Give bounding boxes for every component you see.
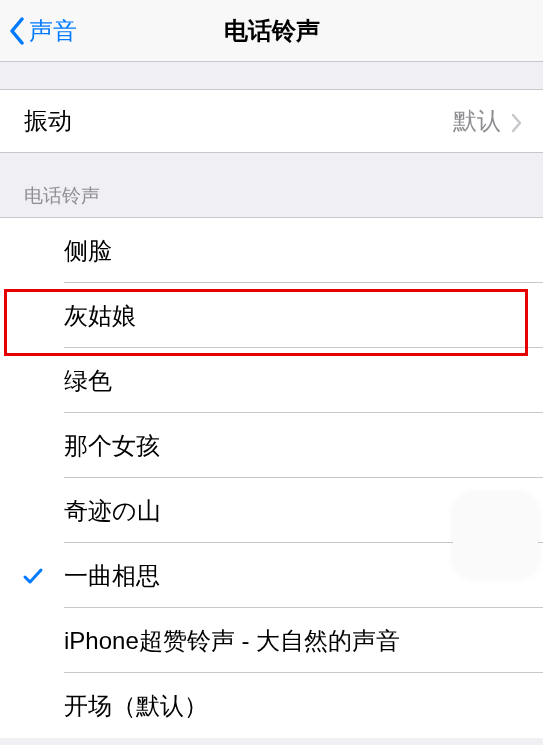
ringtone-row[interactable]: 侧脸 (0, 218, 543, 283)
navigation-bar: 声音 电话铃声 (0, 0, 543, 62)
ringtone-name: 侧脸 (64, 235, 112, 267)
ringtone-name: 灰姑娘 (64, 300, 136, 332)
assistive-touch-button[interactable] (453, 493, 538, 578)
vibration-label: 振动 (24, 105, 453, 137)
ringtone-row[interactable]: 绿色 (0, 348, 543, 413)
ringtone-name: 绿色 (64, 365, 112, 397)
ringtone-name: 那个女孩 (64, 430, 160, 462)
ringtone-name: iPhone超赞铃声 - 大自然的声音 (64, 625, 400, 657)
vibration-section: 振动 默认 (0, 89, 543, 153)
ringtone-name: 一曲相思 (64, 560, 160, 592)
back-button[interactable]: 声音 (0, 0, 77, 61)
ringtone-list-header: 电话铃声 (0, 153, 543, 217)
ringtone-name: 奇迹の山 (64, 495, 161, 527)
ringtone-row[interactable]: 那个女孩 (0, 413, 543, 478)
vibration-value: 默认 (453, 105, 501, 137)
vibration-row[interactable]: 振动 默认 (0, 90, 543, 152)
checkmark-icon (22, 565, 44, 587)
ringtone-list: 侧脸灰姑娘绿色那个女孩奇迹の山一曲相思iPhone超赞铃声 - 大自然的声音开场… (0, 217, 543, 738)
back-label: 声音 (29, 15, 77, 47)
ringtone-row[interactable]: iPhone超赞铃声 - 大自然的声音 (0, 608, 543, 673)
chevron-right-icon (511, 111, 523, 131)
ringtone-row[interactable]: 灰姑娘 (0, 283, 543, 348)
ringtone-row[interactable]: 开场（默认） (0, 673, 543, 738)
page-title: 电话铃声 (0, 15, 543, 47)
chevron-left-icon (9, 17, 25, 45)
ringtone-name: 开场（默认） (64, 690, 208, 722)
